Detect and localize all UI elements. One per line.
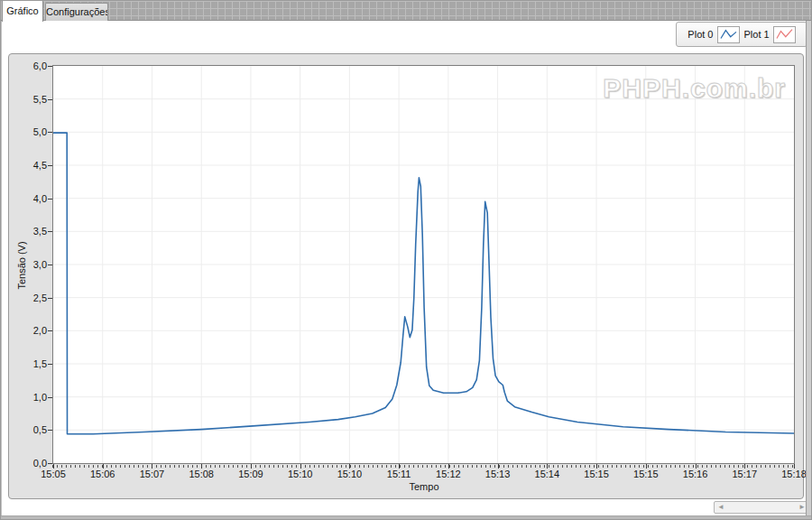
y-tick-label: 2,5 bbox=[11, 292, 47, 303]
x-tick-label: 15:15 bbox=[584, 469, 609, 479]
x-tick-mark bbox=[448, 464, 449, 469]
waveform-chart: Tensão (V) 0,00,51,01,52,02,53,03,54,04,… bbox=[8, 53, 804, 499]
x-tick-label: 15:12 bbox=[436, 469, 461, 479]
legend-label-plot1: Plot 1 bbox=[744, 29, 770, 40]
window-left-edge bbox=[1, 21, 2, 515]
plot1-line-icon[interactable] bbox=[773, 26, 796, 43]
x-tick-mark bbox=[646, 464, 647, 469]
window-bottom-edge bbox=[1, 515, 812, 520]
x-tick-label: 15:09 bbox=[238, 469, 263, 479]
x-tick-label: 15:17 bbox=[733, 469, 758, 479]
y-tick-label: 1,5 bbox=[11, 358, 47, 369]
x-tick-mark bbox=[596, 464, 597, 469]
x-tick-mark bbox=[152, 464, 152, 469]
x-tick-mark bbox=[696, 464, 697, 469]
x-tick-mark bbox=[349, 464, 350, 469]
app-window: Gráfico Configurações Plot 0 Plot 1 Tens… bbox=[0, 0, 812, 520]
tab-bar: Gráfico Configurações bbox=[1, 1, 812, 21]
legend-label-plot0: Plot 0 bbox=[687, 29, 713, 40]
plot-area: PHPH.com.br bbox=[52, 65, 795, 464]
x-tick-mark bbox=[251, 464, 252, 469]
x-tick-label: 15:13 bbox=[485, 469, 511, 479]
x-tick-mark bbox=[201, 464, 202, 469]
x-axis-minor-ticks bbox=[52, 465, 797, 468]
legend-item-plot1[interactable]: Plot 1 bbox=[744, 26, 796, 43]
scroll-left-icon[interactable]: ◄ bbox=[717, 502, 724, 513]
tab-configuracoes[interactable]: Configurações bbox=[45, 3, 108, 21]
y-tick-label: 6,0 bbox=[11, 60, 47, 71]
x-tick-label: 15:08 bbox=[189, 469, 214, 479]
x-tick-label: 15:10 bbox=[337, 469, 363, 479]
x-tick-label: 15:16 bbox=[683, 469, 708, 479]
y-tick-label: 5,0 bbox=[11, 126, 47, 137]
x-tick-mark bbox=[399, 464, 400, 469]
tab-grafico[interactable]: Gráfico bbox=[2, 1, 43, 22]
x-tick-mark bbox=[744, 464, 745, 469]
x-tick-mark bbox=[498, 464, 499, 469]
x-tick-label: 15:06 bbox=[90, 469, 115, 479]
x-tick-mark bbox=[794, 464, 795, 469]
y-tick-label: 0,5 bbox=[11, 424, 47, 435]
legend-item-plot0[interactable]: Plot 0 bbox=[687, 26, 739, 43]
x-tick-label: 15:10 bbox=[288, 469, 313, 479]
series-plot0 bbox=[53, 133, 794, 434]
y-tick-label: 3,5 bbox=[11, 226, 47, 237]
x-axis-title: Tempo bbox=[409, 481, 438, 492]
scroll-right-icon[interactable]: ► bbox=[798, 502, 806, 513]
x-tick-label: 15:14 bbox=[535, 469, 560, 479]
x-tick-mark bbox=[547, 464, 548, 469]
watermark-text: PHPH.com.br bbox=[603, 73, 786, 104]
plot-canvas bbox=[53, 66, 794, 463]
x-tick-label: 15:07 bbox=[140, 469, 165, 479]
y-tick-label: 1,0 bbox=[11, 392, 47, 403]
x-tick-label: 15:18 bbox=[781, 469, 807, 479]
y-tick-label: 0,0 bbox=[11, 458, 47, 469]
x-tick-mark bbox=[53, 464, 54, 469]
plot0-line-icon[interactable] bbox=[717, 26, 740, 43]
x-tick-mark bbox=[103, 464, 104, 469]
plot-legend[interactable]: Plot 0 Plot 1 bbox=[676, 22, 807, 47]
y-tick-label: 3,0 bbox=[11, 259, 47, 270]
window-right-edge bbox=[806, 21, 812, 515]
y-tick-label: 4,0 bbox=[11, 193, 47, 204]
x-tick-label: 15:15 bbox=[633, 469, 659, 479]
x-tick-mark bbox=[300, 464, 301, 469]
y-tick-label: 5,5 bbox=[11, 94, 47, 105]
y-tick-label: 2,0 bbox=[11, 325, 47, 336]
x-tick-label: 15:05 bbox=[41, 469, 66, 479]
x-tick-label: 15:11 bbox=[387, 469, 411, 479]
x-scrollbar[interactable]: ◄ ► bbox=[714, 501, 809, 514]
y-tick-label: 4,5 bbox=[11, 160, 47, 171]
